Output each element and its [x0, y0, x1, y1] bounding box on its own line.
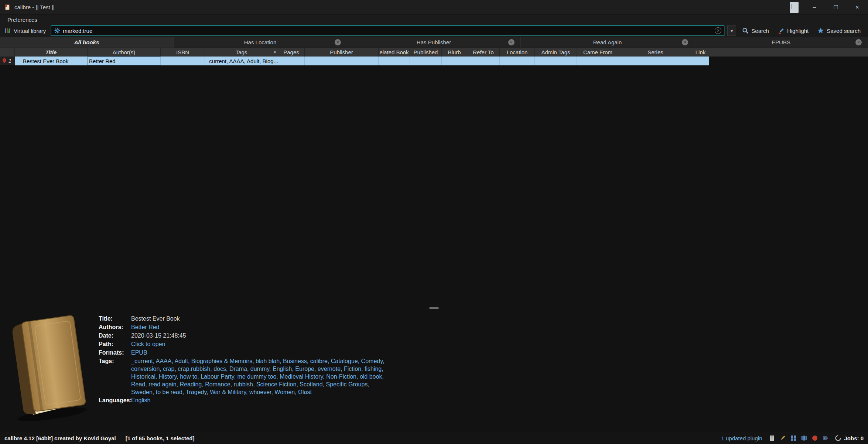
tab-has-publisher[interactable]: Has Publisher×: [347, 37, 521, 48]
tag-link[interactable]: crap: [163, 366, 174, 372]
search-input[interactable]: [63, 28, 715, 34]
splitter-handle[interactable]: [429, 307, 439, 309]
tags-filter-arrow-icon[interactable]: ▾: [274, 50, 276, 55]
tag-link[interactable]: me dummy too: [237, 373, 277, 380]
tag-link[interactable]: calibre: [310, 358, 328, 364]
tag-link[interactable]: _current: [131, 358, 153, 364]
cell-blurb[interactable]: [442, 57, 467, 65]
search-button[interactable]: Search: [739, 27, 772, 34]
tag-link[interactable]: docs: [213, 366, 226, 372]
tag-link[interactable]: whoever: [249, 389, 271, 395]
virtual-library-button[interactable]: Virtual library: [2, 27, 48, 34]
layout-book-details-icon[interactable]: [769, 435, 775, 441]
layout-tag-browser-icon[interactable]: [822, 435, 829, 441]
column-header-publisher[interactable]: Publisher: [305, 48, 379, 57]
book-row[interactable]: 1 Bestest Ever BookBetter Red_current, A…: [0, 57, 868, 65]
tag-link[interactable]: rubbish: [234, 381, 253, 387]
tag-link[interactable]: Sweden: [131, 389, 153, 395]
tag-link[interactable]: read again: [148, 381, 177, 387]
tag-link[interactable]: English: [273, 366, 292, 372]
column-header-isbn[interactable]: ISBN: [161, 48, 205, 57]
minimize-button[interactable]: –: [804, 0, 825, 14]
tag-link[interactable]: Science Fiction: [256, 381, 297, 387]
tag-link[interactable]: Drama: [229, 366, 247, 372]
cell-elated-book[interactable]: [379, 57, 410, 65]
search-options-gear-icon[interactable]: [54, 28, 60, 34]
tab-close-icon[interactable]: ×: [508, 39, 515, 45]
tag-link[interactable]: Specific Groups: [326, 381, 368, 387]
tag-link[interactable]: Labour Party: [201, 373, 234, 380]
tag-link[interactable]: Business: [283, 358, 307, 364]
tab-close-icon[interactable]: ×: [682, 39, 688, 45]
tag-link[interactable]: Read: [131, 381, 145, 387]
tag-link[interactable]: evernote: [318, 366, 341, 372]
saved-search-button[interactable]: Saved search: [814, 27, 864, 34]
cell-came-from[interactable]: [577, 57, 619, 65]
tab-epubs[interactable]: EPUBS×: [694, 37, 868, 48]
tab-has-location[interactable]: Has Location×: [174, 37, 347, 48]
column-header-published[interactable]: Published: [410, 48, 442, 57]
cell-series[interactable]: [619, 57, 692, 65]
tag-link[interactable]: conversion: [131, 366, 160, 372]
column-header-came-from[interactable]: Came From: [577, 48, 619, 57]
maximize-button[interactable]: □: [825, 0, 847, 14]
highlight-button[interactable]: Highlight: [775, 27, 811, 34]
column-header-blurb[interactable]: Blurb: [442, 48, 467, 57]
cell-link[interactable]: [692, 57, 709, 65]
tag-link[interactable]: Scotland: [300, 381, 322, 387]
cell-tags[interactable]: _current, AAAA, Adult, Biog...: [205, 57, 278, 65]
tag-link[interactable]: Biographies & Memoirs: [191, 358, 252, 364]
cell-title[interactable]: Bestest Ever Book: [15, 57, 88, 65]
tag-link[interactable]: Historical: [131, 373, 156, 380]
cell-admin-tags[interactable]: [535, 57, 577, 65]
column-header-author-s[interactable]: Author(s): [88, 48, 161, 57]
tag-link[interactable]: fishing: [365, 366, 382, 372]
column-header-elated-book[interactable]: elated Book: [379, 48, 410, 57]
search-clear-icon[interactable]: ×: [715, 27, 721, 34]
tag-link[interactable]: AAAA: [156, 358, 172, 364]
tag-link[interactable]: War & Military: [210, 389, 246, 395]
tag-link[interactable]: Reading: [180, 381, 202, 387]
tag-link[interactable]: Non-Fiction: [326, 373, 356, 380]
tag-link[interactable]: Medieval History: [280, 373, 323, 380]
search-history-dropdown[interactable]: ▾: [727, 25, 736, 36]
tab-all-books[interactable]: All books: [0, 37, 174, 48]
layout-cover-browser-icon[interactable]: [801, 435, 807, 441]
column-header-refer-to[interactable]: Refer To: [467, 48, 500, 57]
column-header-pages[interactable]: Pages: [278, 48, 305, 57]
tag-link[interactable]: how to: [180, 373, 197, 380]
edit-metadata-pencil-icon[interactable]: [779, 435, 786, 441]
detail-link[interactable]: English: [131, 397, 150, 403]
tag-link[interactable]: Romance: [205, 381, 230, 387]
detail-link[interactable]: EPUB: [131, 349, 147, 356]
updated-plugin-link[interactable]: 1 updated plugin: [721, 435, 762, 441]
corner-header[interactable]: [0, 48, 15, 57]
column-header-tags[interactable]: Tags▾: [205, 48, 278, 57]
tag-link[interactable]: History: [159, 373, 177, 380]
tab-close-icon[interactable]: ×: [335, 39, 341, 45]
tag-link[interactable]: Ωlast: [298, 389, 312, 395]
detail-link[interactable]: Click to open: [131, 341, 165, 347]
cell-published[interactable]: [410, 57, 442, 65]
column-header-title[interactable]: Title: [15, 48, 88, 57]
details-splitter[interactable]: [0, 307, 868, 310]
menu-preferences[interactable]: Preferences: [5, 17, 40, 23]
tag-link[interactable]: Europe: [295, 366, 314, 372]
detail-link[interactable]: Better Red: [131, 324, 159, 330]
jobs-status[interactable]: Jobs: 0: [835, 435, 864, 441]
tag-link[interactable]: Adult: [174, 358, 188, 364]
tag-link[interactable]: crap.rubbish: [178, 366, 210, 372]
book-cover[interactable]: [7, 310, 99, 432]
cell-pages[interactable]: [278, 57, 305, 65]
tag-link[interactable]: dummy: [250, 366, 269, 372]
close-button[interactable]: ×: [847, 0, 868, 14]
cell-location[interactable]: [500, 57, 535, 65]
tab-read-again[interactable]: Read Again×: [521, 37, 694, 48]
tag-link[interactable]: to be read: [156, 389, 182, 395]
tag-link[interactable]: Fiction: [344, 366, 361, 372]
debug-restart-icon[interactable]: [811, 435, 818, 441]
cell-author-s[interactable]: Better Red: [88, 57, 161, 65]
cell-publisher[interactable]: [305, 57, 379, 65]
tag-link[interactable]: blah blah: [256, 358, 280, 364]
tag-link[interactable]: Women: [274, 389, 295, 395]
